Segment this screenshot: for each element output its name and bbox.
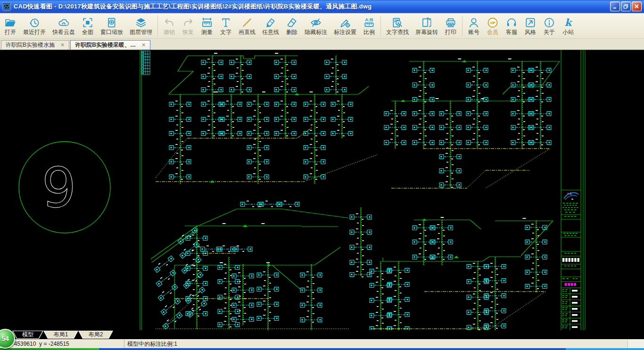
toolbar-redo-button[interactable]: 恢复: [179, 14, 198, 38]
style-icon: [524, 16, 537, 29]
toolbar-button-label: 撤销: [164, 29, 175, 35]
toolbar-measure-button[interactable]: 测量: [198, 14, 216, 38]
toolbar-button-label: 恢复: [182, 29, 194, 35]
close-icon: [634, 4, 639, 9]
toolbar-button-label: 标注设置: [334, 29, 356, 35]
taskbar-middle-fragment: [99, 348, 566, 350]
tab-model[interactable]: 模型: [12, 331, 43, 339]
toolbar-button-label: 最近打开: [23, 29, 46, 35]
svg-text:VIP: VIP: [490, 21, 495, 25]
toolbar-free-line-button[interactable]: 任意线: [259, 14, 282, 38]
hide-annotation-icon: [310, 16, 322, 29]
toolbar-button-label: 测量: [201, 29, 213, 35]
toolbar-customer-service-button[interactable]: 客服: [502, 14, 521, 38]
toolbar-button-label: 隐藏标注: [305, 29, 327, 35]
cursor-coordinates: x = 4539610 y = -248515: [0, 341, 124, 347]
toolbar-button-label: 任意线: [262, 29, 279, 35]
toolbar-button-label: 图层管理: [130, 29, 152, 35]
taskbar-strip: [0, 348, 644, 350]
toolbar-button-label: 快看云盘: [52, 29, 75, 35]
toolbar-button-label: 关于: [544, 29, 555, 35]
svg-text:A: A: [397, 21, 400, 25]
text-icon: [220, 16, 232, 29]
cloud-disk-icon: [58, 16, 70, 29]
tab-layout2[interactable]: 布局2: [78, 331, 113, 339]
titlebar: CAD快速看图 - D:\2017秋建筑设备安装识图与施工工艺\工程图\实训楼图…: [0, 0, 644, 13]
close-button[interactable]: [632, 1, 642, 11]
toolbar-button-label: 风格: [525, 29, 536, 35]
vip-member-icon: VIP: [487, 16, 499, 29]
tab-label: 布局2: [79, 331, 112, 338]
tab-close-icon[interactable]: ✕: [60, 42, 65, 48]
document-tab-label: 许职院B实验楼水施: [6, 41, 55, 49]
toolbar-mini-site-button[interactable]: k小站: [559, 14, 578, 38]
toolbar-scale-ratio-button[interactable]: A:B比例: [360, 14, 379, 38]
toolbar-full-view-button[interactable]: 全图: [78, 14, 97, 38]
screen-rotate-icon: [421, 16, 433, 29]
toolbar-layer-manager-button[interactable]: 图层管理: [126, 14, 156, 38]
svg-text:k: k: [565, 17, 573, 28]
toolbar-button-label: 打印: [445, 29, 456, 35]
toolbar-button-label: 比例: [363, 29, 375, 35]
about-icon: [543, 16, 555, 29]
toolbar: 打开最近打开快看云盘全图窗口缩放图层管理撤销恢复测量文字画直线任意线删除隐藏标注…: [0, 13, 644, 39]
toolbar-text-button[interactable]: 文字: [216, 14, 235, 38]
window-zoom-icon: [106, 16, 118, 29]
toolbar-vip-member-button[interactable]: VIP会员: [483, 14, 502, 38]
account-icon: [468, 16, 480, 29]
toolbar-text-search-button[interactable]: A文字查找: [383, 14, 412, 38]
print-icon: [445, 16, 457, 29]
redo-icon: [182, 16, 194, 29]
toolbar-hide-annotation-button[interactable]: 隐藏标注: [301, 14, 330, 38]
toolbar-button-label: 全图: [82, 29, 93, 35]
taskbar-right-fragment: [566, 348, 644, 350]
toolbar-button-label: 画直线: [239, 29, 256, 35]
measure-icon: [201, 16, 213, 29]
toolbar-separator: [462, 16, 462, 36]
toolbar-cloud-disk-button[interactable]: 快看云盘: [49, 14, 78, 38]
undo-icon: [163, 16, 175, 29]
toolbar-button-label: 屏幕旋转: [415, 29, 438, 35]
tab-label: 布局1: [44, 331, 77, 338]
full-view-icon: [82, 16, 94, 29]
tab-close-icon[interactable]: ✕: [141, 42, 146, 48]
resize-grip: [627, 340, 644, 348]
toolbar-button-label: 小站: [562, 29, 574, 35]
document-tab-2[interactable]: 许职院B实验楼采暖、…✕: [70, 40, 150, 50]
toolbar-open-button[interactable]: 打开: [1, 14, 20, 38]
document-tab-bar: 许职院B实验楼水施✕许职院B实验楼采暖、…✕: [0, 39, 644, 50]
scale-ratio-icon: A:B: [363, 16, 375, 29]
toolbar-screen-rotate-button[interactable]: 屏幕旋转: [412, 14, 441, 38]
sheet-number: 9: [41, 156, 76, 219]
layer-manager-icon: [135, 16, 147, 29]
draw-line-icon: [241, 16, 253, 29]
document-tab-1[interactable]: 许职院B实验楼水施✕: [1, 40, 69, 50]
mini-site-icon: k: [562, 16, 574, 29]
toolbar-print-button[interactable]: 打印: [441, 14, 460, 38]
tab-layout1[interactable]: 布局1: [43, 331, 78, 339]
recent-open-icon: [28, 16, 41, 29]
taskbar-start-fragment: [0, 348, 99, 350]
minimize-button[interactable]: [610, 1, 620, 11]
toolbar-recent-open-button[interactable]: 最近打开: [20, 14, 49, 38]
toolbar-account-button[interactable]: 账号: [464, 14, 483, 38]
toolbar-annotation-settings-button[interactable]: 标注设置: [330, 14, 360, 38]
toolbar-undo-button[interactable]: 撤销: [160, 14, 179, 38]
toolbar-window-zoom-button[interactable]: 窗口缩放: [97, 14, 126, 38]
status-bar: x = 4539610 y = -248515 模型中的标注比例:1: [0, 339, 644, 348]
toolbar-button-label: 客服: [506, 29, 517, 35]
toolbar-button-label: 窗口缩放: [100, 29, 123, 35]
toolbar-draw-line-button[interactable]: 画直线: [235, 14, 259, 38]
customer-service-icon: [505, 16, 518, 29]
toolbar-style-button[interactable]: 风格: [521, 14, 540, 38]
maximize-button[interactable]: [621, 1, 631, 11]
app-icon: [2, 2, 11, 11]
svg-text:A:B: A:B: [365, 17, 373, 22]
toolbar-button-label: 打开: [5, 29, 16, 35]
open-icon: [4, 16, 17, 29]
model-layout-tab-bar: 模型布局1布局2: [0, 330, 644, 339]
restore-icon: [623, 4, 628, 9]
toolbar-about-button[interactable]: 关于: [540, 14, 559, 38]
toolbar-delete-button[interactable]: 删除: [282, 14, 301, 38]
cad-canvas[interactable]: 9: [0, 50, 644, 330]
